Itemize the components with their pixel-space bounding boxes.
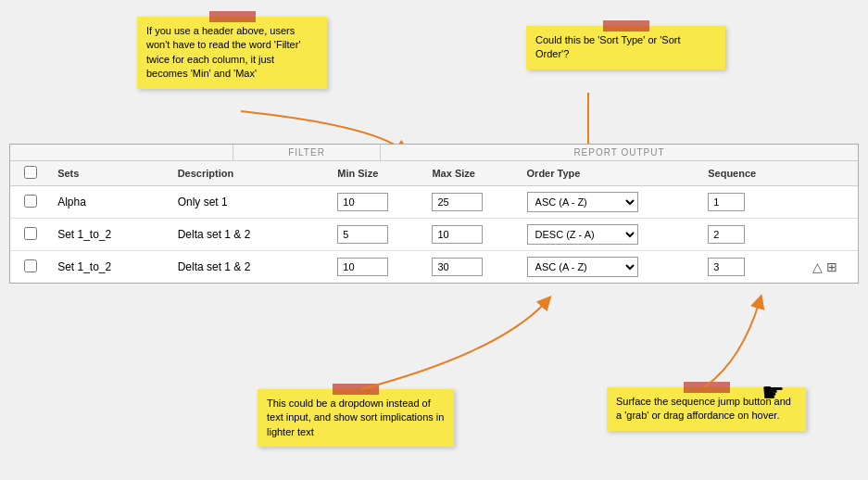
row-2-order-type-cell: ASC (A - Z)DESC (Z - A) — [520, 251, 701, 284]
sort-jump-icon[interactable]: △ — [812, 259, 823, 274]
row-1-sequence-input[interactable] — [708, 225, 745, 244]
row-0-sets: Alpha — [50, 186, 170, 219]
desc-col-header: Description — [170, 161, 331, 186]
tape-sort — [603, 20, 649, 32]
report-group-header: REPORT OUTPUT — [381, 145, 858, 160]
sticky-note-dropdown: This could be a dropdown instead of text… — [258, 389, 454, 447]
order-type-col-header: Order Type — [520, 161, 701, 186]
row-0-max-size-input[interactable] — [432, 193, 483, 211]
row-2-sequence-input[interactable] — [708, 258, 745, 276]
table-group-headers: FILTER REPORT OUTPUT — [10, 145, 858, 161]
row-0-order-type-select[interactable]: ASC (A - Z)DESC (Z - A) — [527, 192, 638, 212]
row-1-sets: Set 1_to_2 — [50, 219, 170, 251]
max-size-col-header: Max Size — [424, 161, 519, 186]
select-all-header[interactable] — [10, 161, 50, 186]
select-all-checkbox[interactable] — [24, 166, 37, 179]
sticky-note-sort-text: Could this be 'Sort Type' or 'Sort Order… — [535, 34, 681, 59]
row-1-min-size-input[interactable] — [337, 225, 388, 244]
tape-grab — [684, 382, 730, 393]
header-spacer — [10, 145, 233, 160]
row-0-min-size-cell — [330, 186, 424, 219]
row-2-order-type-select[interactable]: ASC (A - Z)DESC (Z - A) — [527, 257, 638, 277]
row-2-checkbox[interactable] — [24, 259, 37, 272]
table-row: Set 1_to_2Delta set 1 & 2ASC (A - Z)DESC… — [10, 251, 858, 284]
sticky-note-header: If you use a header above, users won't h… — [137, 17, 327, 89]
table-row: Set 1_to_2Delta set 1 & 2ASC (A - Z)DESC… — [10, 219, 858, 251]
sets-col-header: Sets — [50, 161, 170, 186]
row-2-description: Delta set 1 & 2 — [170, 251, 331, 284]
sequence-col-header: Sequence — [700, 161, 791, 186]
main-table-container: FILTER REPORT OUTPUT Sets Description Mi… — [9, 144, 859, 284]
row-1-max-size-cell — [424, 219, 519, 251]
tape-dropdown — [333, 384, 379, 395]
row-2-min-size-cell — [330, 251, 424, 284]
row-0-sequence-cell — [700, 186, 791, 219]
sticky-note-sort: Could this be 'Sort Type' or 'Sort Order… — [526, 26, 725, 69]
row-1-sequence-cell — [700, 219, 791, 251]
row-2-max-size-input[interactable] — [432, 258, 483, 276]
row-2-sequence-cell — [700, 251, 791, 284]
row-1-min-size-cell — [330, 219, 424, 251]
row-1-order-type-cell: ASC (A - Z)DESC (Z - A) — [520, 219, 701, 251]
column-header-row: Sets Description Min Size Max Size Order… — [10, 161, 858, 186]
drag-handle-icon[interactable]: ⊞ — [826, 259, 837, 274]
row-0-checkbox-cell — [10, 186, 50, 219]
row-0-min-size-input[interactable] — [337, 193, 388, 211]
row-0-sequence-input[interactable] — [708, 193, 745, 211]
min-size-col-header: Min Size — [330, 161, 424, 186]
sticky-note-header-text: If you use a header above, users won't h… — [146, 25, 301, 79]
row-2-max-size-cell — [424, 251, 519, 284]
cursor-hand-icon: ☛ — [761, 377, 785, 408]
data-table: Sets Description Min Size Max Size Order… — [10, 161, 858, 283]
actions-col-header — [791, 161, 858, 186]
row-0-checkbox[interactable] — [24, 195, 37, 208]
row-1-order-type-select[interactable]: ASC (A - Z)DESC (Z - A) — [527, 224, 638, 245]
row-1-max-size-input[interactable] — [432, 225, 483, 244]
row-1-actions-cell — [791, 219, 858, 251]
row-2-sets: Set 1_to_2 — [50, 251, 170, 284]
row-2-min-size-input[interactable] — [337, 258, 388, 276]
row-0-description: Only set 1 — [170, 186, 331, 219]
filter-group-header: FILTER — [233, 145, 381, 160]
row-1-description: Delta set 1 & 2 — [170, 219, 331, 251]
row-1-checkbox-cell — [10, 219, 50, 251]
tape-header — [209, 11, 256, 22]
row-1-checkbox[interactable] — [24, 227, 37, 240]
row-0-max-size-cell — [424, 186, 519, 219]
sticky-note-dropdown-text: This could be a dropdown instead of text… — [267, 398, 444, 437]
row-0-order-type-cell: ASC (A - Z)DESC (Z - A) — [520, 186, 701, 219]
table-row: AlphaOnly set 1ASC (A - Z)DESC (Z - A) — [10, 186, 858, 219]
row-2-actions-cell: △⊞ — [791, 251, 858, 284]
row-2-checkbox-cell — [10, 251, 50, 284]
row-0-actions-cell — [791, 186, 858, 219]
table-head: Sets Description Min Size Max Size Order… — [10, 161, 858, 186]
table-body: AlphaOnly set 1ASC (A - Z)DESC (Z - A)Se… — [10, 186, 858, 284]
